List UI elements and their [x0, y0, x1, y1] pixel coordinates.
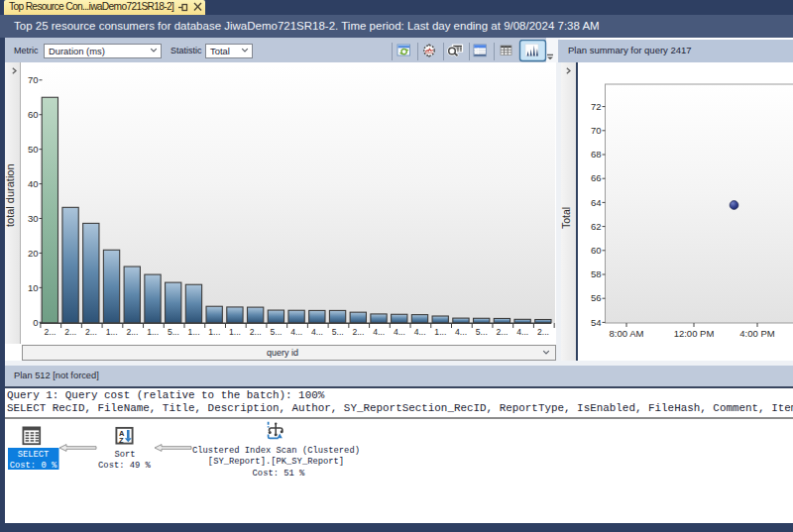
svg-text:Cost: 49 %: Cost: 49 % — [98, 461, 152, 471]
svg-text:2...: 2... — [537, 327, 549, 337]
svg-text:4...: 4... — [290, 327, 302, 337]
svg-text:10: 10 — [28, 282, 39, 293]
svg-text:5...: 5... — [271, 327, 283, 337]
svg-text:70: 70 — [591, 125, 602, 136]
svg-text:54: 54 — [591, 317, 602, 328]
svg-text:4...: 4... — [414, 327, 426, 337]
svg-text:Cost: 51 %: Cost: 51 % — [253, 469, 306, 479]
svg-text:30: 30 — [28, 213, 39, 224]
svg-text:72: 72 — [591, 101, 602, 112]
svg-text:Cost: 0 %: Cost: 0 % — [10, 461, 57, 471]
svg-text:4...: 4... — [311, 327, 323, 337]
svg-text:60: 60 — [591, 245, 602, 256]
svg-text:60: 60 — [28, 109, 39, 120]
svg-text:64: 64 — [591, 197, 602, 208]
svg-text:4:00 PM: 4:00 PM — [739, 328, 774, 339]
svg-text:62: 62 — [591, 221, 602, 232]
svg-text:Clustered Index Scan (Clustere: Clustered Index Scan (Clustered) — [192, 446, 360, 456]
svg-text:4...: 4... — [394, 327, 405, 337]
svg-text:[SY_Report].[PK_SY_Report]: [SY_Report].[PK_SY_Report] — [208, 457, 344, 467]
svg-text:8:00 AM: 8:00 AM — [610, 328, 644, 339]
svg-text:4...: 4... — [373, 327, 385, 337]
svg-text:4...: 4... — [455, 327, 467, 337]
svg-text:5...: 5... — [476, 327, 488, 337]
svg-text:2...: 2... — [352, 327, 364, 337]
svg-text:2...: 2... — [64, 327, 76, 337]
svg-text:1...: 1... — [208, 327, 220, 337]
svg-text:2...: 2... — [497, 327, 509, 337]
svg-text:12:00 PM: 12:00 PM — [674, 328, 715, 339]
svg-text:66: 66 — [591, 172, 602, 183]
svg-text:1...: 1... — [434, 327, 446, 337]
svg-text:Sort: Sort — [114, 450, 135, 460]
svg-text:56: 56 — [591, 292, 602, 303]
svg-text:5...: 5... — [168, 327, 179, 337]
svg-text:1...: 1... — [188, 327, 200, 337]
svg-text:70: 70 — [28, 74, 39, 85]
svg-text:5...: 5... — [332, 327, 344, 337]
svg-text:40: 40 — [28, 178, 39, 189]
svg-text:2...: 2... — [126, 327, 138, 337]
svg-text:Z: Z — [119, 436, 124, 445]
svg-text:1...: 1... — [106, 327, 118, 337]
svg-text:58: 58 — [591, 268, 602, 279]
svg-text:68: 68 — [591, 149, 602, 160]
svg-text:4...: 4... — [516, 327, 528, 337]
svg-text:SELECT: SELECT — [18, 450, 50, 460]
svg-text:1...: 1... — [147, 327, 159, 337]
svg-text:2...: 2... — [250, 327, 262, 337]
svg-text:2...: 2... — [45, 327, 57, 337]
svg-text:0: 0 — [33, 317, 38, 328]
svg-text:20: 20 — [28, 248, 39, 259]
svg-text:50: 50 — [28, 144, 39, 155]
svg-text:2...: 2... — [85, 327, 97, 337]
svg-text:1...: 1... — [229, 327, 241, 337]
